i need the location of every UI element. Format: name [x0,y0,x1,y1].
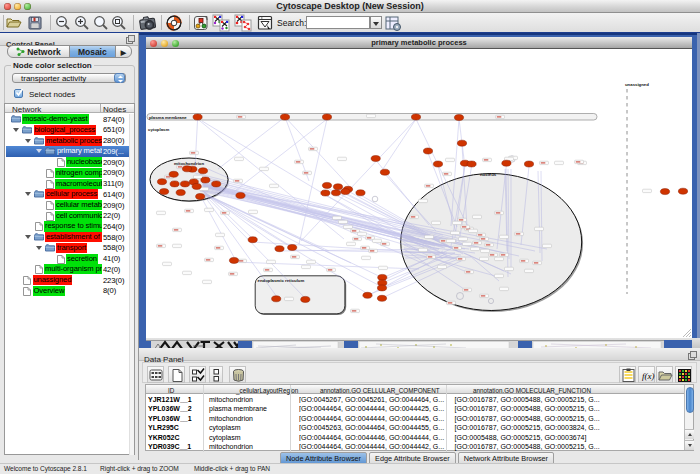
svg-text:nucleus: nucleus [480,171,497,176]
svg-text:mitochondrion: mitochondrion [174,160,204,165]
svg-text:unassigned: unassigned [625,82,649,87]
svg-text:endoplasmic reticulum: endoplasmic reticulum [258,277,305,282]
svg-text:cytoplasm: cytoplasm [148,126,169,131]
svg-text:f(x): f(x) [642,371,655,381]
svg-text:plasma membrane: plasma membrane [149,114,187,119]
